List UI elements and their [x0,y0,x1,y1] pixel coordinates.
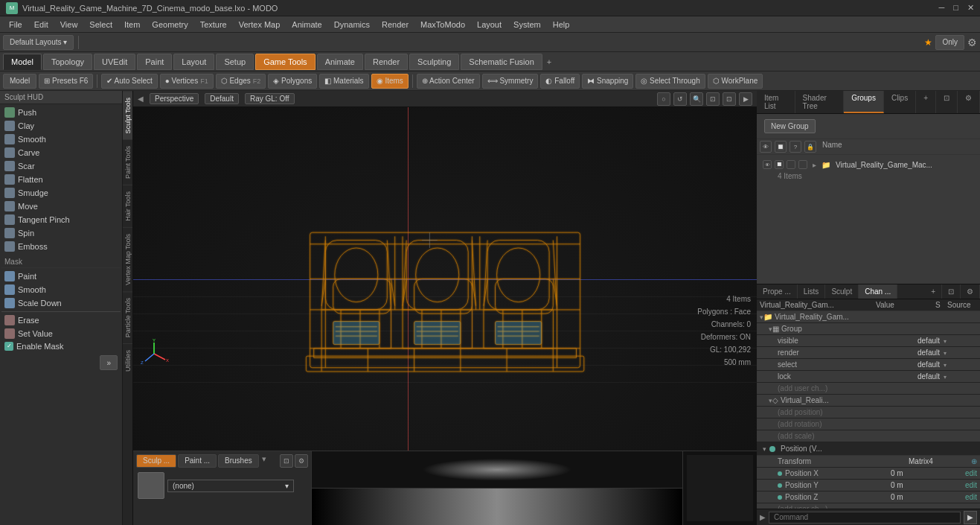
tool-enable-mask[interactable]: ✓ Enable Mask [1,340,121,352]
chan-tab-chan[interactable]: Chan ... [859,284,897,299]
vtab-particle-tools[interactable]: Particle Tools [123,291,132,343]
chan-tab-sculpt[interactable]: Sculpt [825,284,859,299]
viewport-canvas[interactable]: 4 Items Polygons : Face Channels: 0 Defo… [133,107,757,525]
minimize-button[interactable]: ─ [939,3,945,13]
action-center-button[interactable]: ⊕ Action Center [417,74,480,89]
menu-select[interactable]: Select [83,19,118,31]
presets-button[interactable]: ⊞ Presets F6 [39,74,93,89]
tool-scale-down[interactable]: Scale Down [1,296,121,310]
chan-add-pos-row[interactable]: (add position) [757,407,980,419]
tab-sculpting[interactable]: Sculpting [409,54,459,70]
tab-topology[interactable]: Topology [43,54,92,70]
tab-render[interactable]: Render [365,54,408,70]
add-tab-icon[interactable]: + [547,57,551,66]
shading-label[interactable]: Default [205,93,239,104]
rtab-shader-tree[interactable]: Shader Tree [795,91,845,113]
menu-system[interactable]: System [507,19,547,31]
items-button[interactable]: ◉ Items [371,74,409,89]
viewport-settings-icon[interactable]: ⚙ [295,454,308,468]
only-button[interactable]: Only [935,35,964,50]
rtab-add-icon[interactable]: + [916,91,936,113]
bottom-tab-sculpt[interactable]: Sculp ... [136,454,176,468]
tool-tangent-pinch[interactable]: Tangent Pinch [1,213,121,226]
gh-icon-1[interactable]: 👁 [760,141,772,153]
menu-vertex map[interactable]: Vertex Map [233,19,286,31]
menu-dynamics[interactable]: Dynamics [328,19,376,31]
bottom-tab-paint[interactable]: Paint ... [178,454,217,468]
edges-button[interactable]: ⬡ Edges F2 [216,74,266,89]
vtab-sculpt-tools[interactable]: Sculpt Tools [123,91,132,139]
g-icon-4[interactable] [798,160,807,169]
menu-animate[interactable]: Animate [286,19,327,31]
group-row[interactable]: 👁 🔲 ▸ 📁 Virtual_Reality_Game_Mac... [760,158,977,171]
falloff-button[interactable]: ◐ Falloff [540,74,580,89]
chan-tab-settings[interactable]: ⚙ [961,284,980,299]
chan-add-scale-row[interactable]: (add scale) [757,430,980,442]
maximize-button[interactable]: □ [953,3,958,13]
symmetry-button[interactable]: ⟺ Symmetry [482,74,539,89]
tool-set-value[interactable]: Set Value [1,327,121,340]
menu-help[interactable]: Help [547,19,576,31]
tool-paint-mask[interactable]: Paint [1,270,121,283]
chan-add-user-row[interactable]: (add user ch...) [757,383,980,395]
lock-dropdown[interactable]: ▾ [944,374,947,381]
rtab-groups[interactable]: Groups [844,91,884,113]
rtab-settings-icon[interactable]: ⚙ [958,91,980,113]
menu-maxtomodo[interactable]: MaxToModo [414,19,471,31]
tool-erase[interactable]: Erase [1,314,121,327]
g-icon-1[interactable]: 👁 [763,160,772,169]
command-input[interactable] [769,512,961,524]
perspective-label[interactable]: Perspective [150,93,199,104]
gh-icon-3[interactable]: ? [790,141,801,153]
new-group-button[interactable]: New Group [764,119,816,133]
chan-add-rot-row[interactable]: (add rotation) [757,419,980,430]
menu-file[interactable]: File [3,19,28,31]
tool-smooth[interactable]: Smooth [1,133,121,146]
tool-carve[interactable]: Carve [1,146,121,159]
select-dropdown[interactable]: ▾ [944,362,947,369]
tool-smudge[interactable]: Smudge [1,186,121,200]
tool-move[interactable]: Move [1,200,121,213]
tool-emboss[interactable]: Emboss [1,240,121,253]
rtab-expand-icon[interactable]: ⊡ [936,91,958,113]
tab-uvedit[interactable]: UVEdit [94,54,135,70]
chan-add-user2-row[interactable]: (add user ch...) [757,503,980,509]
tool-flatten[interactable]: Flatten [1,173,121,186]
auto-select-button[interactable]: ✔ Auto Select [101,74,157,89]
vtab-paint-tools[interactable]: Paint Tools [123,139,132,185]
vtab-utilities[interactable]: Utilities [123,343,132,378]
tool-smooth-mask[interactable]: Smooth [1,283,121,296]
tab-model[interactable]: Model [3,54,42,70]
materials-button[interactable]: ◧ Materials [319,74,368,89]
chan-tab-prope[interactable]: Prope ... [757,284,798,299]
viewport-icon-6[interactable]: ▶ [739,92,752,106]
tool-push[interactable]: Push [1,106,121,119]
workplane-button[interactable]: ⬡ WorkPlane [708,74,763,89]
viewport-icon-3[interactable]: 🔍 [690,92,703,106]
g-icon-3[interactable] [787,160,795,169]
g-icon-2[interactable]: 🔲 [775,160,784,169]
viewport-expand-icon[interactable]: ⊡ [280,454,293,468]
menu-view[interactable]: View [54,19,84,31]
viewport-icon-4[interactable]: ⊡ [706,92,720,106]
pos-z-edit[interactable]: edit [965,493,977,501]
pos-section-expand[interactable]: ▾ [763,445,766,453]
pos-y-edit[interactable]: edit [965,481,977,489]
group-expand-arrow[interactable]: ▸ [813,161,816,169]
tab-animate[interactable]: Animate [317,54,363,70]
viewport-icon-2[interactable]: ↺ [673,92,687,106]
tool-spin[interactable]: Spin [1,226,121,240]
visible-dropdown[interactable]: ▾ [944,338,947,345]
close-button[interactable]: ✕ [967,3,974,13]
chan-tab-expand[interactable]: ⊡ [942,284,961,299]
vertices-button[interactable]: ● Vertices F1 [160,74,214,89]
enable-mask-checkbox[interactable]: ✓ [4,342,13,351]
vtab-hair-tools[interactable]: Hair Tools [123,185,132,227]
gh-icon-2[interactable]: 🔲 [775,141,787,153]
render-dropdown[interactable]: ▾ [944,350,947,357]
tab-setup[interactable]: Setup [216,54,254,70]
viewport-icon-5[interactable]: ⊡ [723,92,736,106]
chan-tab-lists[interactable]: Lists [798,284,826,299]
bottom-tab-brushes[interactable]: Brushes [218,454,259,468]
tool-scar[interactable]: Scar [1,159,121,173]
